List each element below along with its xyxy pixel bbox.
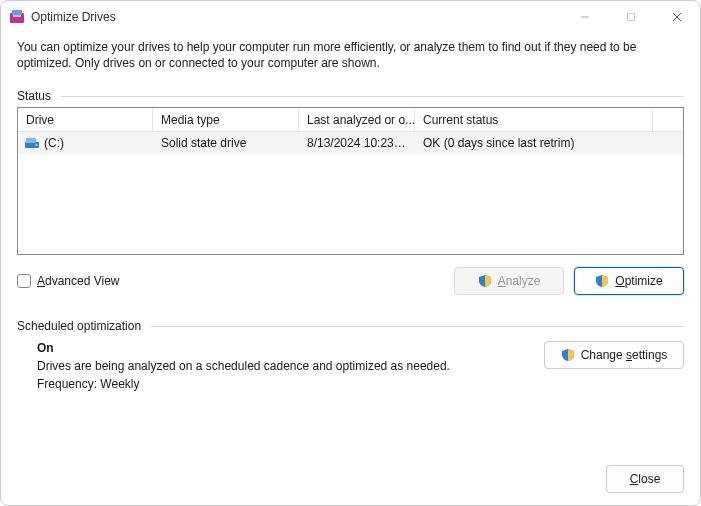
titlebar: Optimize Drives: [1, 1, 700, 33]
shield-icon: [595, 274, 609, 288]
footer: Close: [17, 445, 684, 493]
svg-rect-8: [26, 138, 36, 143]
sched-on: On: [37, 341, 534, 355]
col-pad: [653, 108, 683, 131]
intro-text: You can optimize your drives to help you…: [17, 39, 684, 71]
change-settings-button[interactable]: Change settings: [544, 341, 684, 369]
maximize-button[interactable]: [608, 1, 654, 33]
row-actions: Advanced View Analyze Optimize: [17, 267, 684, 295]
optimize-drives-window: Optimize Drives You can optimize your dr…: [0, 0, 701, 506]
svg-rect-4: [628, 14, 635, 21]
app-icon: [9, 9, 25, 25]
last-cell: 8/13/2024 10:23 PM: [299, 136, 415, 150]
advanced-view-label: Advanced View: [37, 274, 120, 288]
analyze-label: Analyze: [498, 274, 541, 288]
analyze-button[interactable]: Analyze: [454, 267, 564, 295]
status-label-text: Status: [17, 89, 51, 103]
content-area: You can optimize your drives to help you…: [1, 33, 700, 505]
drive-icon: [24, 136, 40, 150]
close-button[interactable]: Close: [606, 465, 684, 493]
sched-freq: Frequency: Weekly: [37, 377, 534, 391]
shield-icon: [561, 348, 575, 362]
optimize-label: Optimize: [615, 274, 662, 288]
shield-icon: [478, 274, 492, 288]
sched-rule: [151, 326, 684, 327]
drives-list-header: Drive Media type Last analyzed or o... C…: [18, 108, 683, 132]
advanced-view-checkbox[interactable]: [17, 274, 31, 288]
window-title: Optimize Drives: [31, 10, 116, 24]
minimize-button[interactable]: [562, 1, 608, 33]
status-cell: OK (0 days since last retrim): [415, 136, 653, 150]
drives-list[interactable]: Drive Media type Last analyzed or o... C…: [17, 107, 684, 255]
drive-cell: (C:): [18, 136, 153, 150]
drive-name: (C:): [44, 136, 64, 150]
scheduled-optimization-section: Scheduled optimization On Drives are bei…: [17, 319, 684, 391]
sched-section-label: Scheduled optimization: [17, 319, 684, 333]
close-label: Close: [630, 472, 661, 486]
close-window-button[interactable]: [654, 1, 700, 33]
optimize-button[interactable]: Optimize: [574, 267, 684, 295]
sched-desc: Drives are being analyzed on a scheduled…: [37, 359, 534, 373]
sched-text: On Drives are being analyzed on a schedu…: [17, 341, 534, 391]
status-section-label: Status: [17, 89, 684, 103]
col-media-header[interactable]: Media type: [153, 108, 299, 131]
status-rule: [61, 96, 684, 97]
col-drive-header[interactable]: Drive: [18, 108, 153, 131]
col-last-header[interactable]: Last analyzed or o...: [299, 108, 415, 131]
svg-point-9: [36, 144, 38, 146]
sched-label-text: Scheduled optimization: [17, 319, 141, 333]
col-status-header[interactable]: Current status: [415, 108, 653, 131]
sched-body: On Drives are being analyzed on a schedu…: [17, 341, 684, 391]
media-cell: Solid state drive: [153, 136, 299, 150]
change-settings-label: Change settings: [581, 348, 668, 362]
svg-rect-1: [12, 10, 22, 15]
table-row[interactable]: (C:) Solid state drive 8/13/2024 10:23 P…: [18, 132, 683, 154]
svg-rect-2: [13, 15, 21, 17]
